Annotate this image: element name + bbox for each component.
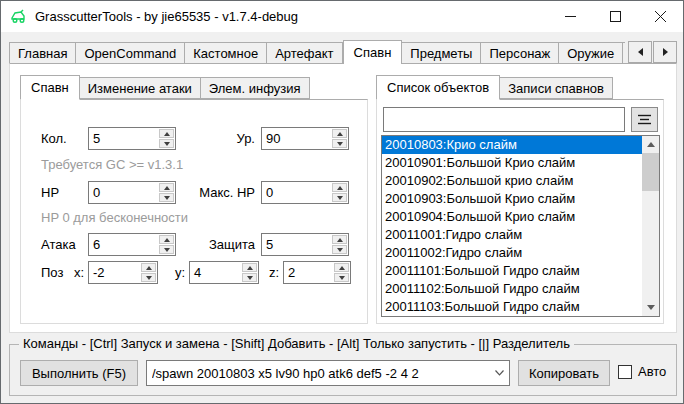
def-label: Защита <box>185 233 255 256</box>
close-button[interactable] <box>638 1 683 31</box>
list-item[interactable]: 20010803:Крио слайм <box>382 136 642 154</box>
pos-x-value: -2 <box>89 262 140 283</box>
tab-weapon[interactable]: Оружие <box>559 42 623 64</box>
tab-custom[interactable]: Кастомное <box>185 42 267 64</box>
menu-icon <box>638 114 651 125</box>
spin-down-button[interactable] <box>332 139 347 148</box>
list-item[interactable]: 20011102:Большой Гидро слайм <box>382 280 642 298</box>
list-item[interactable]: 20011001:Гидро слайм <box>382 226 642 244</box>
command-combobox[interactable] <box>146 360 510 386</box>
spin-up-button[interactable] <box>242 263 257 272</box>
list-item[interactable]: 20010904:Большой Крио слайм <box>382 208 642 226</box>
auto-checkbox[interactable] <box>618 365 632 379</box>
list-item[interactable]: 20010902:Большой крио слайм <box>382 172 642 190</box>
spin-down-button[interactable] <box>332 245 347 254</box>
spin-down-button[interactable] <box>141 273 156 282</box>
stepper-buttons <box>241 262 258 283</box>
entity-list-items: 20010803:Крио слайм 20010901:Большой Кри… <box>382 136 642 316</box>
list-item[interactable]: 20010901:Большой Крио слайм <box>382 154 642 172</box>
atk-stepper[interactable]: 6 <box>88 233 176 256</box>
scrollbar-up-button[interactable] <box>642 136 659 153</box>
copy-button[interactable]: Копировать <box>518 360 610 386</box>
spin-down-button[interactable] <box>159 193 174 202</box>
tab-spawn[interactable]: Спавн <box>343 40 403 64</box>
titlebar: GrasscutterTools - by jie65535 - v1.7.4-… <box>1 1 683 32</box>
tab-items[interactable]: Предметы <box>402 42 481 64</box>
spin-down-button[interactable] <box>332 193 347 202</box>
spin-up-button[interactable] <box>159 129 174 138</box>
scrollbar-thumb[interactable] <box>642 153 659 191</box>
def-value: 5 <box>262 234 331 255</box>
subtab-label: Спавн <box>31 80 69 95</box>
spin-up-button[interactable] <box>141 263 156 272</box>
spin-down-button[interactable] <box>159 139 174 148</box>
spin-up-button[interactable] <box>334 263 349 272</box>
arrow-down-icon <box>146 276 152 280</box>
scrollbar-track[interactable] <box>642 153 659 299</box>
pos-y-stepper[interactable]: 4 <box>189 261 259 284</box>
spin-up-button[interactable] <box>159 183 174 192</box>
command-input[interactable] <box>147 366 489 381</box>
maxhp-stepper[interactable]: 0 <box>261 181 349 204</box>
stepper-buttons <box>158 182 175 203</box>
subtab-spawn[interactable]: Спавн <box>20 75 80 100</box>
maxhp-label: Макс. HP <box>185 181 255 204</box>
arrow-up-icon <box>146 266 152 270</box>
tab-label: Главная <box>18 46 67 61</box>
minimize-icon <box>565 11 576 22</box>
spin-down-button[interactable] <box>334 273 349 282</box>
tab-spawn-records[interactable]: Записи спавнов <box>500 77 613 99</box>
def-stepper[interactable]: 5 <box>261 233 349 256</box>
pos-z-stepper[interactable]: 2 <box>283 261 351 284</box>
spin-up-button[interactable] <box>332 235 347 244</box>
entity-listbox: 20010803:Крио слайм 20010901:Большой Кри… <box>381 135 660 317</box>
minimize-button[interactable] <box>548 1 593 31</box>
list-item[interactable]: 20011103:Большой Гидро слайм <box>382 298 642 316</box>
arrow-down-icon <box>164 142 170 146</box>
auto-checkbox-label: Авто <box>638 364 666 379</box>
tab-character[interactable]: Персонаж <box>481 42 559 64</box>
spawn-tab-page: Спавн Изменение атаки Элем. инфузия Кол.… <box>9 63 677 333</box>
subtab-attack-mod[interactable]: Изменение атаки <box>80 77 201 99</box>
maximize-button[interactable] <box>593 1 638 31</box>
spin-up-button[interactable] <box>332 129 347 138</box>
stepper-buttons <box>331 234 348 255</box>
tab-label: Список объектов <box>387 80 489 95</box>
run-button[interactable]: Выполнить (F5) <box>20 360 138 386</box>
tab-main[interactable]: Главная <box>9 42 76 64</box>
scrollbar-down-button[interactable] <box>642 299 659 316</box>
spin-up-button[interactable] <box>332 183 347 192</box>
arrow-down-icon <box>647 305 655 310</box>
pos-label: Поз <box>41 261 63 284</box>
filter-menu-button[interactable] <box>631 107 658 132</box>
subtab-elem-infusion[interactable]: Элем. инфузия <box>201 77 310 99</box>
pos-x-stepper[interactable]: -2 <box>88 261 158 284</box>
spawn-form-page: Кол. 5 Ур. 90 Требуется GC >= v1.3.1 HP … <box>20 99 368 324</box>
hp-label: HP <box>41 181 59 204</box>
tab-opencommand[interactable]: OpenCommand <box>76 42 185 64</box>
commands-groupbox-title: Команды - [Ctrl] Запуск и замена - [Shif… <box>19 336 574 351</box>
list-item[interactable]: 20011002:Гидро слайм <box>382 244 642 262</box>
list-item[interactable]: 20010903:Большой Крио слайм <box>382 190 642 208</box>
window-title: GrasscutterTools - by jie65535 - v1.7.4-… <box>35 9 298 24</box>
tab-scroll-left-button[interactable] <box>628 41 652 63</box>
tab-scroll-right-button[interactable] <box>653 41 677 63</box>
tab-artifact[interactable]: Артефакт <box>267 42 342 64</box>
spin-down-button[interactable] <box>242 273 257 282</box>
combo-dropdown-button[interactable] <box>489 370 509 376</box>
arrow-down-icon <box>337 196 343 200</box>
count-stepper[interactable]: 5 <box>88 127 176 150</box>
list-item[interactable]: 20011101:Большой Гидро слайм <box>382 262 642 280</box>
arrow-down-icon <box>164 248 170 252</box>
hp-stepper[interactable]: 0 <box>88 181 176 204</box>
level-stepper[interactable]: 90 <box>261 127 349 150</box>
search-input[interactable] <box>384 108 624 131</box>
arrow-up-icon <box>164 238 170 242</box>
spin-down-button[interactable] <box>159 245 174 254</box>
tab-entity-list[interactable]: Список объектов <box>376 75 500 100</box>
maximize-icon <box>610 11 621 22</box>
app-window: GrasscutterTools - by jie65535 - v1.7.4-… <box>0 0 684 404</box>
spin-up-button[interactable] <box>159 235 174 244</box>
stepper-buttons <box>140 262 157 283</box>
chevron-down-icon <box>495 370 504 376</box>
